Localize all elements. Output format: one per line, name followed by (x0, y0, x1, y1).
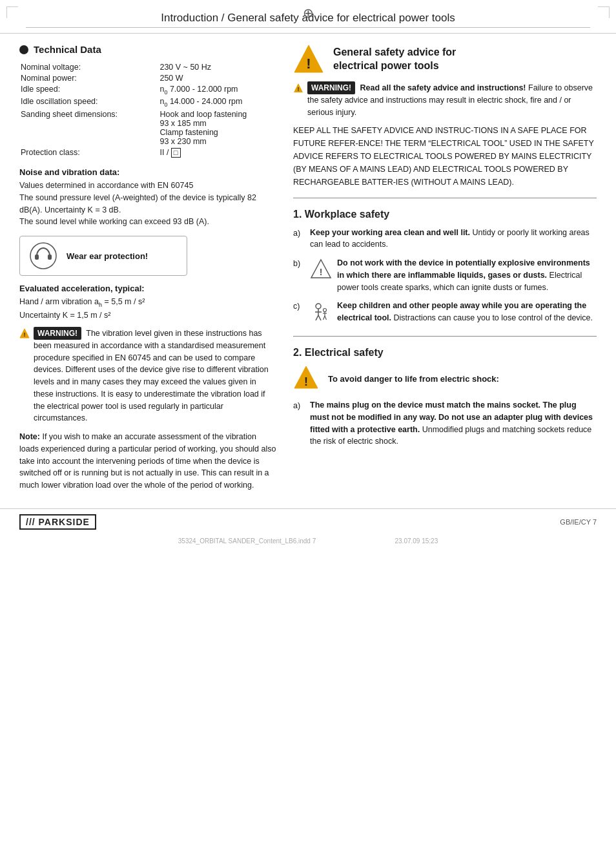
logo-text: PARKSIDE (39, 517, 90, 527)
safety-title-line1: General safety advice for (333, 47, 456, 57)
td-label: Idle speed: (19, 83, 158, 96)
item-c-text: Keep children and other people away whil… (337, 300, 597, 324)
list-content-c: Keep children and other people away whil… (310, 300, 597, 327)
warning-triangle-sm-icon: ! (293, 83, 303, 97)
note-text: If you wish to make an accurate assessme… (19, 432, 276, 490)
list-item-a: a) Keep your working area clean and well… (293, 227, 597, 251)
td-value: 230 V ~ 50 Hz (158, 61, 278, 72)
note-label: Note: (19, 432, 40, 441)
acceleration-title: Evaluated acceleration, typical: (19, 284, 278, 293)
svg-line-19 (323, 316, 325, 320)
ear-protection-icon (29, 242, 57, 270)
svg-point-11 (316, 304, 321, 309)
warning-read-label: WARNING! (307, 81, 355, 94)
technical-data-table: Nominal voltage: 230 V ~ 50 Hz Nominal p… (19, 61, 278, 158)
td-value: n0 7.000 - 12.000 rpm (158, 83, 278, 96)
ear-protection-label: Wear ear protection! (67, 251, 148, 261)
warning-triangle-icon: ! (19, 328, 30, 340)
item-b-text: Do not work with the device in potential… (337, 257, 597, 293)
svg-point-16 (323, 309, 327, 312)
warning-vibration-body: The vibration level given in these instr… (34, 329, 269, 423)
file-date: 23.07.09 15:23 (395, 537, 438, 545)
td-label: Protection class: (19, 147, 158, 158)
keep-all-block: KEEP ALL THE SAFETY ADVICE AND INSTRUC-T… (293, 124, 597, 189)
warning-vibration-block: ! WARNING! The vibration level given in … (19, 327, 278, 424)
page-header: ⊕ Introduction / General safety advice f… (0, 0, 616, 34)
svg-text:!: ! (306, 56, 311, 72)
list-letter-b: b) (293, 257, 303, 270)
list-content-b: ! Do not work with the device in potenti… (310, 257, 597, 293)
list-letter-elec-a: a) (293, 399, 303, 412)
ear-protection-box: Wear ear protection! (19, 236, 187, 276)
list-letter-c: c) (293, 300, 303, 313)
section1-title: 1. Workplace safety (293, 209, 597, 220)
td-label: Nominal power: (19, 72, 158, 83)
svg-line-15 (318, 315, 321, 320)
safety-triangle-icon: ! (293, 44, 324, 75)
danger-note-text: To avoid danger to life from electric sh… (328, 374, 499, 384)
warning-read-block: ! WARNING! Read all the safety advice an… (293, 81, 597, 119)
list-item-b: b) ! Do not work with the device in pote… (293, 257, 597, 293)
svg-text:!: ! (298, 86, 300, 92)
table-row: Protection class: II / □ (19, 147, 278, 158)
svg-line-14 (316, 315, 318, 320)
td-value: n0 14.000 - 24.000 rpm (158, 96, 278, 109)
file-name: 35324_ORBITAL SANDER_Content_LB6.indd 7 (178, 537, 316, 545)
table-row: Nominal voltage: 230 V ~ 50 Hz (19, 61, 278, 72)
technical-data-heading: Technical Data (19, 44, 278, 55)
td-label: Sanding sheet dimensions: (19, 109, 158, 147)
divider2 (293, 336, 597, 337)
td-value: 250 W (158, 72, 278, 83)
parkside-logo: /// PARKSIDE (19, 514, 96, 530)
td-label: Nominal voltage: (19, 61, 158, 72)
svg-rect-1 (35, 255, 39, 260)
main-content: Technical Data Nominal voltage: 230 V ~ … (0, 34, 616, 498)
td-value: II / □ (158, 147, 278, 158)
td-value: Hook and loop fastening 93 x 185 mm Clam… (158, 109, 278, 147)
warning-label: WARNING! (34, 327, 81, 340)
danger-triangle-icon: ! (293, 365, 319, 393)
safety-title: General safety advice for electrical pow… (333, 46, 456, 73)
page-number: GB/IE/CY 7 (560, 518, 597, 526)
warning-read-text: WARNING! Read all the safety advice and … (307, 81, 597, 119)
table-row: Nominal power: 250 W (19, 72, 278, 83)
children-warning-icon (310, 301, 332, 327)
svg-line-20 (325, 316, 327, 320)
right-column: ! General safety advice for electrical p… (293, 44, 597, 492)
safety-header-box: ! General safety advice for electrical p… (293, 44, 597, 75)
dot-icon (19, 45, 28, 54)
list-content-a: Keep your working area clean and well li… (310, 227, 597, 251)
danger-box: ! To avoid danger to life from electric … (293, 365, 597, 393)
noise-vibration-title: Noise and vibration data: (19, 167, 278, 177)
file-info-bar: 35324_ORBITAL SANDER_Content_LB6.indd 7 … (0, 535, 616, 546)
logo-bars-icon: /// (26, 517, 36, 527)
acceleration-values: Hand / arm vibration ah = 5,5 m / s² Unc… (19, 296, 278, 322)
protection-class-symbol: □ (171, 148, 181, 158)
table-row: Idle speed: n0 7.000 - 12.000 rpm (19, 83, 278, 96)
warning-vibration-text: WARNING! The vibration level given in th… (34, 327, 278, 424)
td-label: Idle oscillation speed: (19, 96, 158, 109)
crosshair-icon: ⊕ (303, 5, 314, 21)
svg-point-0 (30, 243, 56, 269)
explosive-warning-icon: ! (310, 258, 332, 284)
section2-title: 2. Electrical safety (293, 347, 597, 359)
left-column: Technical Data Nominal voltage: 230 V ~ … (19, 44, 278, 492)
warning-read-bold: Read all the safety advice and instructi… (360, 83, 526, 92)
technical-data-title: Technical Data (34, 44, 101, 55)
note-block: Note: If you wish to make an accurate as… (19, 431, 278, 492)
list-letter-a: a) (293, 227, 303, 240)
safety-title-line2: electrical power tools (333, 60, 439, 71)
svg-text:!: ! (320, 267, 323, 277)
item-a-bold: Keep your working area clean and well li… (310, 228, 470, 237)
svg-text:!: ! (24, 331, 26, 338)
divider (293, 198, 597, 198)
svg-rect-2 (48, 255, 52, 260)
list-item-c: c) (293, 300, 597, 327)
list-content-elec-a: The mains plug on the device must match … (310, 399, 597, 448)
table-row: Sanding sheet dimensions: Hook and loop … (19, 109, 278, 147)
item-c-body: Distractions can cause you to lose contr… (394, 313, 593, 322)
svg-text:!: ! (304, 375, 308, 388)
list-item-elec-a: a) The mains plug on the device must mat… (293, 399, 597, 448)
page-footer: /// PARKSIDE GB/IE/CY 7 (0, 508, 616, 535)
page: ⊕ Introduction / General safety advice f… (0, 0, 616, 843)
